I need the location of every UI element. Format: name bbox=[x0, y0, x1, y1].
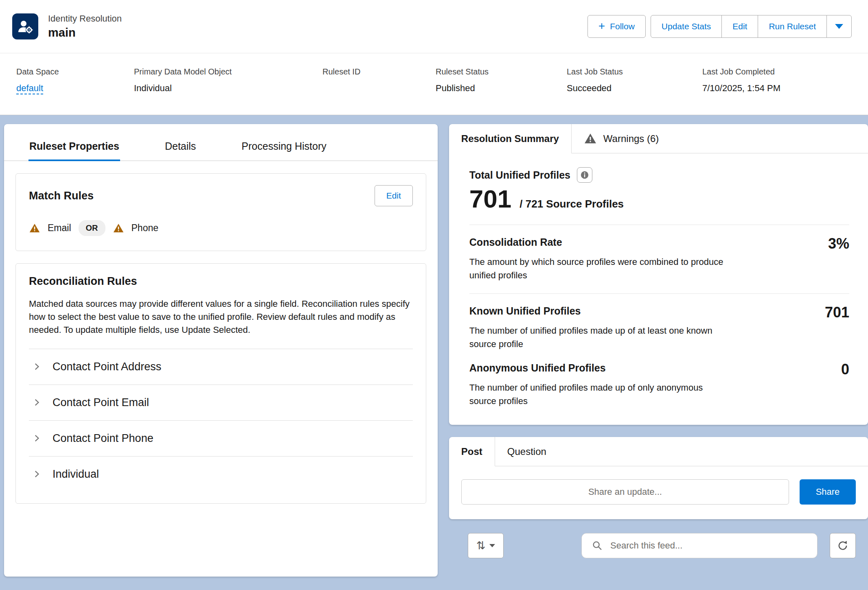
warning-icon bbox=[584, 132, 597, 145]
tab-ruleset-properties[interactable]: Ruleset Properties bbox=[28, 135, 120, 160]
chevron-right-icon bbox=[31, 397, 42, 408]
ruleset-tab-bar: Ruleset Properties Details Processing Hi… bbox=[4, 124, 438, 161]
total-unified-profiles-value: 701 bbox=[469, 184, 511, 213]
info-icon[interactable] bbox=[577, 167, 592, 183]
match-rule-phone: Phone bbox=[132, 223, 159, 234]
field-value: Published bbox=[436, 83, 559, 94]
tab-label: Question bbox=[507, 446, 546, 457]
reconciliation-row-label: Contact Point Phone bbox=[53, 432, 153, 445]
page-header: Identity Resolution main + Follow Update… bbox=[0, 0, 868, 53]
match-rules-title: Match Rules bbox=[29, 190, 94, 202]
edit-button[interactable]: Edit bbox=[721, 15, 758, 38]
stat-known-unified-profiles: Known Unified Profiles 701 The number of… bbox=[469, 305, 849, 351]
total-unified-profiles-label: Total Unified Profiles bbox=[469, 169, 570, 181]
more-actions-button[interactable] bbox=[826, 15, 852, 38]
tab-processing-history[interactable]: Processing History bbox=[241, 135, 327, 160]
match-rule-email: Email bbox=[48, 223, 71, 234]
entity-label: Identity Resolution bbox=[48, 13, 122, 24]
chevron-down-icon bbox=[489, 544, 495, 547]
reconciliation-row-contact-point-address[interactable]: Contact Point Address bbox=[29, 349, 413, 385]
run-ruleset-button[interactable]: Run Ruleset bbox=[758, 15, 827, 38]
chevron-right-icon bbox=[31, 469, 42, 479]
tab-label: Resolution Summary bbox=[461, 133, 559, 144]
tab-filler bbox=[559, 437, 868, 466]
field-ruleset-status: Ruleset Status Published bbox=[436, 67, 567, 94]
tab-filler bbox=[671, 124, 868, 153]
field-primary-data-model-object: Primary Data Model Object Individual bbox=[134, 67, 322, 94]
source-profiles-label: / 721 Source Profiles bbox=[519, 198, 624, 210]
match-rules-edit-button[interactable]: Edit bbox=[375, 185, 413, 206]
stat-anonymous-unified-profiles: Anonymous Unified Profiles 0 The number … bbox=[469, 362, 849, 408]
tab-details[interactable]: Details bbox=[164, 135, 197, 160]
share-update-input[interactable] bbox=[461, 479, 789, 505]
sort-button[interactable]: ⇅ bbox=[468, 533, 504, 558]
right-column: Resolution Summary Warnings (6) bbox=[449, 124, 868, 558]
stat-value: 701 bbox=[825, 305, 849, 320]
chevron-right-icon bbox=[31, 361, 42, 372]
feed-search-input[interactable] bbox=[609, 540, 807, 551]
page-canvas: Ruleset Properties Details Processing Hi… bbox=[0, 115, 868, 585]
share-button[interactable]: Share bbox=[800, 479, 856, 505]
page-title: main bbox=[48, 26, 122, 39]
feed-search bbox=[581, 533, 818, 558]
field-label: Last Job Completed bbox=[702, 67, 844, 76]
field-value: Succeeded bbox=[567, 83, 694, 94]
match-rule-operator: OR bbox=[79, 220, 105, 236]
stat-value: 3% bbox=[828, 236, 849, 251]
field-last-job-completed: Last Job Completed 7/10/2025, 1:54 PM bbox=[702, 67, 852, 94]
stat-label: Known Unified Profiles bbox=[469, 305, 581, 317]
divider bbox=[469, 293, 849, 294]
stat-description: The amount by which source profiles were… bbox=[469, 255, 730, 282]
reconciliation-row-label: Contact Point Email bbox=[53, 396, 149, 409]
stat-description: The number of unified profiles made up o… bbox=[469, 381, 730, 408]
reconciliation-row-label: Individual bbox=[53, 468, 99, 481]
tab-label: Warnings (6) bbox=[603, 133, 659, 144]
feed-controls: ⇅ bbox=[449, 533, 868, 558]
field-value: 7/10/2025, 1:54 PM bbox=[702, 83, 844, 94]
reconciliation-rows: Contact Point Address Contact Point Emai… bbox=[29, 349, 413, 492]
update-stats-button[interactable]: Update Stats bbox=[651, 15, 722, 38]
tab-label: Post bbox=[461, 446, 482, 457]
field-ruleset-id: Ruleset ID bbox=[322, 67, 436, 94]
field-label: Data Space bbox=[16, 67, 126, 76]
warning-icon bbox=[29, 223, 40, 234]
field-data-space: Data Space default bbox=[16, 67, 134, 94]
field-label: Last Job Status bbox=[567, 67, 694, 76]
identity-resolution-icon bbox=[12, 13, 38, 39]
field-last-job-status: Last Job Status Succeeded bbox=[567, 67, 702, 94]
plus-icon: + bbox=[598, 20, 605, 32]
publisher-card: Post Question Share bbox=[449, 437, 868, 519]
search-icon bbox=[592, 540, 603, 551]
chevron-down-icon bbox=[835, 24, 843, 29]
reconciliation-rules-section: Reconciliation Rules Matched data source… bbox=[15, 263, 426, 504]
divider bbox=[469, 225, 849, 225]
sort-icon: ⇅ bbox=[476, 540, 486, 551]
field-value: Individual bbox=[134, 83, 314, 94]
chevron-right-icon bbox=[31, 433, 42, 444]
refresh-button[interactable] bbox=[830, 533, 856, 558]
action-button-group: Update Stats Edit Run Ruleset bbox=[651, 15, 852, 38]
stat-value: 0 bbox=[841, 362, 849, 377]
follow-button-label: Follow bbox=[610, 22, 635, 31]
match-rules-section: Match Rules Edit Email OR bbox=[15, 173, 426, 251]
field-label: Primary Data Model Object bbox=[134, 67, 314, 76]
field-label: Ruleset ID bbox=[322, 67, 427, 76]
reconciliation-description: Matched data sources may provide differe… bbox=[29, 297, 413, 337]
field-value bbox=[322, 83, 427, 94]
stat-label: Consolidation Rate bbox=[469, 236, 562, 248]
match-rule-row: Email OR Phone bbox=[29, 220, 413, 239]
reconciliation-rules-title: Reconciliation Rules bbox=[29, 275, 413, 288]
reconciliation-row-contact-point-phone[interactable]: Contact Point Phone bbox=[29, 421, 413, 457]
tab-resolution-summary[interactable]: Resolution Summary bbox=[449, 124, 572, 153]
reconciliation-row-contact-point-email[interactable]: Contact Point Email bbox=[29, 385, 413, 421]
stat-description: The number of unified profiles made up o… bbox=[469, 324, 730, 351]
stat-label: Anonymous Unified Profiles bbox=[469, 362, 606, 374]
follow-button[interactable]: + Follow bbox=[587, 15, 646, 38]
highlights-panel: Data Space default Primary Data Model Ob… bbox=[0, 53, 868, 115]
tab-warnings[interactable]: Warnings (6) bbox=[572, 124, 671, 153]
data-space-link[interactable]: default bbox=[16, 83, 43, 94]
summary-tab-bar: Resolution Summary Warnings (6) bbox=[449, 124, 868, 153]
reconciliation-row-individual[interactable]: Individual bbox=[29, 457, 413, 492]
tab-question[interactable]: Question bbox=[495, 437, 559, 466]
tab-post[interactable]: Post bbox=[449, 437, 495, 466]
